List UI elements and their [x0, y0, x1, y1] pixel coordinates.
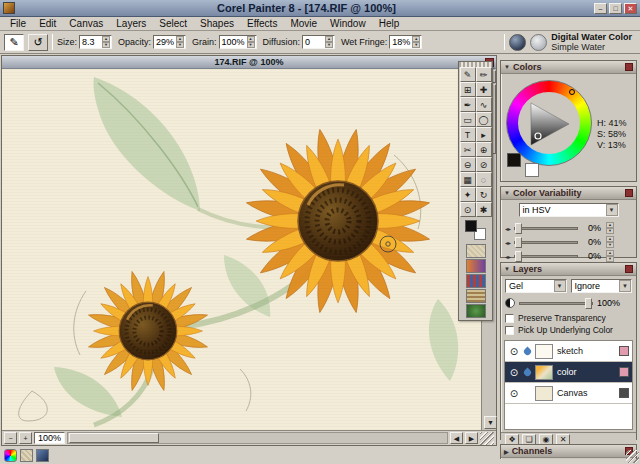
- menu-item[interactable]: Window: [324, 18, 372, 29]
- spinner[interactable]: ▲▼: [102, 36, 110, 48]
- menu-item[interactable]: Canvas: [63, 18, 109, 29]
- primary-color-swatch[interactable]: [465, 220, 477, 232]
- collapse-triangle-icon[interactable]: ▼: [504, 190, 510, 196]
- brush-variant[interactable]: Simple Water: [551, 42, 632, 52]
- property-input[interactable]: 8.3 ▲▼: [79, 35, 112, 49]
- collapse-triangle-icon[interactable]: ▶: [504, 448, 509, 455]
- crop-tool[interactable]: ⊞: [460, 82, 476, 97]
- canvas-area[interactable]: [2, 69, 482, 430]
- layer-name[interactable]: Canvas: [557, 388, 615, 398]
- oval-shape-tool[interactable]: ◯: [476, 112, 492, 127]
- chevron-down-icon[interactable]: ▼: [619, 280, 631, 292]
- rect-shape-tool[interactable]: ▭: [460, 112, 476, 127]
- panel-close-icon[interactable]: [625, 265, 633, 273]
- tracker-icon[interactable]: ↺: [28, 34, 48, 51]
- slider-spinner[interactable]: ▲▼: [606, 250, 614, 262]
- dropper-tool[interactable]: ✏: [476, 67, 492, 82]
- stroke-preview[interactable]: [530, 34, 547, 51]
- layers-panel-header[interactable]: ▼ Layers: [501, 263, 636, 276]
- text-tool[interactable]: T: [460, 127, 476, 142]
- lasso-tool[interactable]: ◌: [476, 172, 492, 187]
- chevron-down-icon[interactable]: ▼: [606, 204, 618, 216]
- slider-spinner[interactable]: ▲▼: [606, 236, 614, 248]
- color-swatches[interactable]: [507, 153, 541, 177]
- menu-item[interactable]: Layers: [110, 18, 152, 29]
- scroll-left-icon[interactable]: ◀: [450, 432, 463, 444]
- menu-item[interactable]: Select: [153, 18, 193, 29]
- remove-point-tool[interactable]: ⊖: [460, 157, 476, 172]
- brush-selector[interactable]: Digital Water Color Simple Water: [551, 32, 636, 52]
- layer-name[interactable]: sketch: [557, 346, 615, 356]
- menu-item[interactable]: Help: [373, 18, 406, 29]
- scroll-down-icon[interactable]: ▼: [484, 416, 497, 429]
- slider-handle[interactable]: [515, 237, 522, 248]
- colors-panel-header[interactable]: ▼ Colors: [501, 61, 636, 74]
- window-titlebar[interactable]: Corel Painter 8 - [174.RIF @ 100%] ‒ □ ✕: [0, 0, 640, 17]
- shape-selection-tool[interactable]: ▸: [476, 127, 492, 142]
- quick-curve-tool[interactable]: ∿: [476, 97, 492, 112]
- zoom-level[interactable]: 100%: [34, 432, 65, 444]
- menu-item[interactable]: Movie: [284, 18, 323, 29]
- visibility-eye-icon[interactable]: ⊙: [508, 388, 520, 399]
- slider-handle[interactable]: [515, 223, 522, 234]
- magic-wand-tool[interactable]: ✦: [460, 187, 476, 202]
- add-point-tool[interactable]: ⊕: [476, 142, 492, 157]
- layer-row[interactable]: ⊙ sketch: [505, 341, 632, 362]
- variability-slider[interactable]: [514, 255, 578, 258]
- zoom-in-icon[interactable]: +: [19, 432, 32, 444]
- composite-method-dropdown[interactable]: Gel ▼: [505, 279, 567, 293]
- variability-slider[interactable]: [514, 241, 578, 244]
- nozzle-selector[interactable]: [466, 304, 486, 318]
- magnifier-tool[interactable]: ⊙: [460, 202, 476, 217]
- brush-tool[interactable]: ✎: [460, 67, 476, 82]
- menu-item[interactable]: Edit: [33, 18, 62, 29]
- pattern-selector[interactable]: [466, 274, 486, 288]
- rotate-page-tool[interactable]: ↻: [476, 187, 492, 202]
- channels-panel-header[interactable]: ▶ Channels: [501, 445, 636, 458]
- horizontal-scrollbar[interactable]: [67, 432, 448, 444]
- collapse-triangle-icon[interactable]: ▼: [504, 266, 510, 272]
- spinner[interactable]: ▲▼: [325, 36, 333, 48]
- rect-selection-tool[interactable]: ▦: [460, 172, 476, 187]
- weave-selector[interactable]: [466, 289, 486, 303]
- slider-spinner[interactable]: ▲▼: [606, 222, 614, 234]
- visibility-eye-icon[interactable]: ⊙: [508, 346, 520, 357]
- layer-adjuster-tool[interactable]: ✚: [476, 82, 492, 97]
- scissors-tool[interactable]: ✂: [460, 142, 476, 157]
- property-input[interactable]: 18% ▲▼: [389, 35, 422, 49]
- brush-tool-indicator-icon[interactable]: ✎: [4, 34, 24, 51]
- layer-name[interactable]: color: [557, 367, 615, 377]
- layer-row[interactable]: ⊙ Canvas: [505, 383, 632, 404]
- document-titlebar[interactable]: 174.RIF @ 100%: [2, 56, 496, 69]
- minimize-button[interactable]: ‒: [594, 3, 607, 14]
- colors-palette-shortcut-icon[interactable]: [4, 449, 17, 462]
- menu-item[interactable]: Effects: [241, 18, 283, 29]
- toolbox-palette[interactable]: ✎ ✏ ⊞ ✚ ✒ ∿ ▭ ◯ T ▸ ✂ ⊕ ⊖ ⊘ ▦ ◌: [458, 61, 493, 321]
- menu-item[interactable]: Shapes: [194, 18, 240, 29]
- zoom-out-icon[interactable]: −: [4, 432, 17, 444]
- slider-handle[interactable]: [585, 298, 592, 309]
- spinner[interactable]: ▲▼: [247, 36, 255, 48]
- papers-palette-shortcut-icon[interactable]: [20, 449, 33, 462]
- resize-grip[interactable]: [480, 432, 494, 445]
- gradient-selector[interactable]: [466, 259, 486, 273]
- checkbox[interactable]: [505, 326, 514, 335]
- convert-point-tool[interactable]: ⊘: [476, 157, 492, 172]
- slider-handle[interactable]: [515, 251, 522, 262]
- spinner[interactable]: ▲▼: [176, 36, 184, 48]
- checkbox[interactable]: [505, 314, 514, 323]
- pen-tool[interactable]: ✒: [460, 97, 476, 112]
- panel-close-icon[interactable]: [625, 189, 633, 197]
- property-input[interactable]: 0 ▲▼: [302, 35, 335, 49]
- brush-category[interactable]: Digital Water Color: [551, 32, 632, 42]
- secondary-color-swatch[interactable]: [525, 163, 539, 177]
- grabber-tool[interactable]: ✱: [476, 202, 492, 217]
- variability-slider[interactable]: [514, 227, 578, 230]
- brushes-palette-shortcut-icon[interactable]: [36, 449, 49, 462]
- close-button[interactable]: ✕: [624, 3, 637, 14]
- maximize-button[interactable]: □: [609, 3, 622, 14]
- menu-item[interactable]: File: [4, 18, 32, 29]
- window-resize-grip-icon[interactable]: [626, 450, 639, 463]
- toolbox-color-swatches[interactable]: [463, 219, 488, 241]
- composite-depth-dropdown[interactable]: Ignore ▼: [571, 279, 633, 293]
